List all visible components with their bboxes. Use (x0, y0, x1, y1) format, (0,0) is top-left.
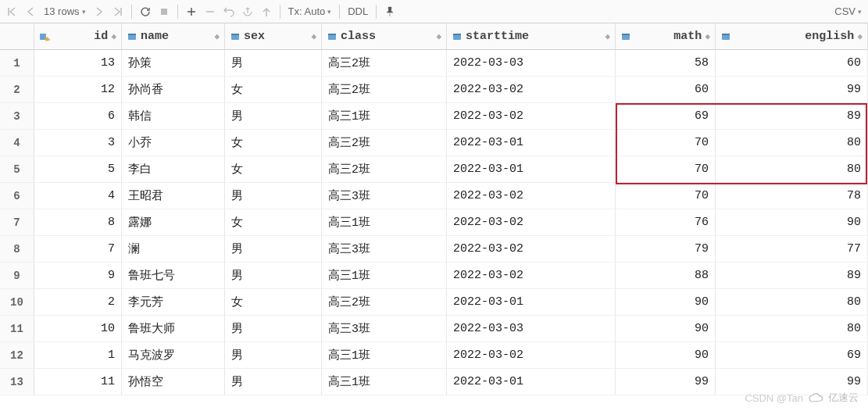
cell-id[interactable]: 4 (34, 183, 122, 209)
sort-indicator-icon[interactable]: ◆ (111, 31, 116, 41)
cell-english[interactable]: 80 (716, 130, 868, 156)
cell-id[interactable]: 11 (34, 369, 122, 395)
cell-starttime[interactable]: 2022-03-02 (447, 236, 616, 263)
cell-english[interactable]: 69 (716, 342, 868, 369)
cell-sex[interactable]: 女 (225, 156, 322, 183)
cell-english[interactable]: 80 (716, 289, 868, 316)
cell-class[interactable]: 高三3班 (322, 316, 447, 342)
cell-english[interactable]: 89 (716, 103, 868, 130)
cell-id[interactable]: 1 (34, 342, 122, 369)
row-number[interactable]: 12 (0, 342, 34, 369)
cell-sex[interactable]: 男 (225, 236, 322, 263)
cell-math[interactable]: 58 (616, 50, 716, 77)
row-number[interactable]: 3 (0, 103, 34, 130)
cell-sex[interactable]: 女 (225, 289, 322, 316)
row-number[interactable]: 2 (0, 77, 34, 103)
cell-starttime[interactable]: 2022-03-02 (447, 209, 616, 236)
stop-button[interactable] (155, 3, 173, 20)
column-header-math[interactable]: math◆ (616, 23, 716, 50)
cell-sex[interactable]: 男 (225, 316, 322, 342)
sort-indicator-icon[interactable]: ◆ (311, 31, 316, 41)
cell-name[interactable]: 孙策 (122, 50, 225, 77)
cell-math[interactable]: 79 (616, 236, 716, 263)
first-page-button[interactable] (3, 3, 20, 20)
cell-sex[interactable]: 女 (225, 77, 322, 103)
cell-id[interactable]: 2 (34, 289, 122, 316)
row-number[interactable]: 9 (0, 263, 34, 289)
cell-class[interactable]: 高三1班 (322, 209, 447, 236)
row-number[interactable]: 8 (0, 236, 34, 263)
sort-indicator-icon[interactable]: ◆ (605, 31, 610, 41)
column-header-english[interactable]: english◆ (716, 23, 868, 50)
cell-math[interactable]: 70 (616, 156, 716, 183)
cell-name[interactable]: 露娜 (122, 209, 225, 236)
cell-class[interactable]: 高三1班 (322, 369, 447, 395)
cell-class[interactable]: 高三1班 (322, 342, 447, 369)
row-number[interactable]: 6 (0, 183, 34, 209)
cell-starttime[interactable]: 2022-03-02 (447, 183, 616, 209)
cell-english[interactable]: 77 (716, 236, 868, 263)
cell-id[interactable]: 9 (34, 263, 122, 289)
last-page-button[interactable] (109, 3, 127, 20)
export-selector[interactable]: CSV ▾ (831, 5, 865, 17)
cell-name[interactable]: 小乔 (122, 130, 225, 156)
cell-starttime[interactable]: 2022-03-01 (447, 156, 616, 183)
cell-math[interactable]: 90 (616, 316, 716, 342)
cell-class[interactable]: 高三2班 (322, 77, 447, 103)
cell-id[interactable]: 8 (34, 209, 122, 236)
cell-name[interactable]: 李元芳 (122, 289, 225, 316)
cell-starttime[interactable]: 2022-03-03 (447, 316, 616, 342)
cell-name[interactable]: 澜 (122, 236, 225, 263)
cell-class[interactable]: 高三1班 (322, 263, 447, 289)
cell-starttime[interactable]: 2022-03-02 (447, 103, 616, 130)
cell-sex[interactable]: 男 (225, 342, 322, 369)
submit-button[interactable] (258, 3, 275, 20)
sort-indicator-icon[interactable]: ◆ (857, 31, 863, 41)
cell-english[interactable]: 99 (716, 77, 868, 103)
cell-name[interactable]: 鲁班大师 (122, 316, 225, 342)
cell-name[interactable]: 韩信 (122, 103, 225, 130)
tx-mode-selector[interactable]: Tx: Auto ▾ (285, 5, 335, 17)
column-header-sex[interactable]: sex◆ (225, 23, 322, 50)
sort-indicator-icon[interactable]: ◆ (436, 31, 441, 41)
cell-sex[interactable]: 男 (225, 263, 322, 289)
row-number[interactable]: 1 (0, 50, 34, 77)
cell-english[interactable]: 80 (716, 156, 868, 183)
cell-starttime[interactable]: 2022-03-02 (447, 342, 616, 369)
cell-name[interactable]: 李白 (122, 156, 225, 183)
cell-math[interactable]: 90 (616, 342, 716, 369)
cell-id[interactable]: 5 (34, 156, 122, 183)
cell-math[interactable]: 99 (616, 369, 716, 395)
column-header-starttime[interactable]: starttime◆ (447, 23, 616, 50)
cell-name[interactable]: 孙悟空 (122, 369, 225, 395)
next-page-button[interactable] (91, 3, 108, 20)
cell-name[interactable]: 王昭君 (122, 183, 225, 209)
cell-class[interactable]: 高三2班 (322, 130, 447, 156)
cell-math[interactable]: 70 (616, 183, 716, 209)
cell-id[interactable]: 6 (34, 103, 122, 130)
cell-class[interactable]: 高三3班 (322, 236, 447, 263)
cell-class[interactable]: 高三1班 (322, 103, 447, 130)
cell-class[interactable]: 高三2班 (322, 289, 447, 316)
cell-class[interactable]: 高三3班 (322, 183, 447, 209)
cell-starttime[interactable]: 2022-03-01 (447, 369, 616, 395)
refresh-button[interactable] (137, 3, 154, 20)
delete-row-button[interactable] (202, 3, 219, 20)
cell-id[interactable]: 7 (34, 236, 122, 263)
prev-page-button[interactable] (22, 3, 39, 20)
cell-name[interactable]: 马克波罗 (122, 342, 225, 369)
cell-sex[interactable]: 男 (225, 183, 322, 209)
column-header-id[interactable]: id◆ (34, 23, 122, 50)
cell-starttime[interactable]: 2022-03-02 (447, 77, 616, 103)
cell-starttime[interactable]: 2022-03-01 (447, 289, 616, 316)
cell-id[interactable]: 3 (34, 130, 122, 156)
cell-english[interactable]: 60 (716, 50, 868, 77)
add-row-button[interactable] (183, 3, 200, 20)
row-number[interactable]: 11 (0, 316, 34, 342)
revert-button[interactable] (220, 3, 238, 20)
row-number[interactable]: 4 (0, 130, 34, 156)
cell-english[interactable]: 89 (716, 263, 868, 289)
cell-math[interactable]: 76 (616, 209, 716, 236)
column-header-class[interactable]: class◆ (322, 23, 447, 50)
cell-id[interactable]: 13 (34, 50, 122, 77)
